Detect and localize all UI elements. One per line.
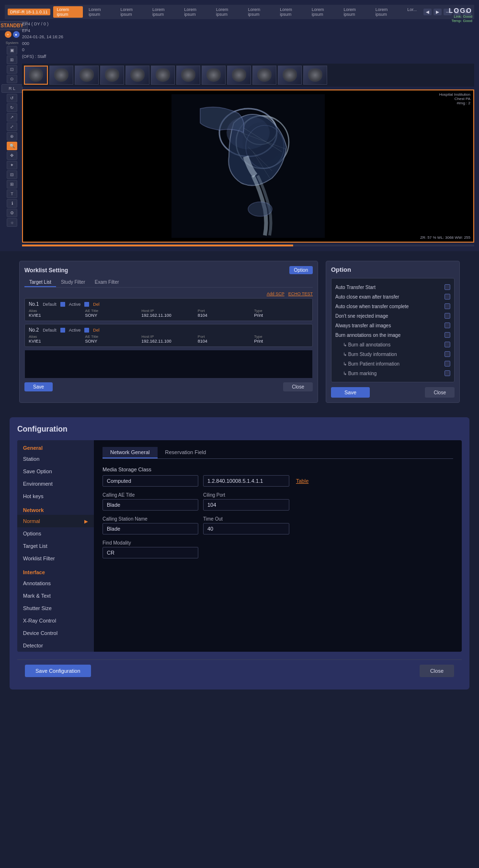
tool-btn-info[interactable]: ℹ xyxy=(7,199,17,208)
sidebar-item-environment[interactable]: Environment xyxy=(17,478,94,490)
sidebar-item-options[interactable]: Options xyxy=(17,527,94,540)
tool-btn-2[interactable]: ⊞ xyxy=(7,56,17,64)
close-configuration-button[interactable]: Close xyxy=(420,665,454,677)
add-scp-link[interactable]: Add SCP xyxy=(267,291,285,296)
tool-btn-rotate[interactable]: ↺ xyxy=(7,94,17,102)
tool-btn-move[interactable]: ✥ xyxy=(7,151,17,160)
opt-check-6[interactable] xyxy=(445,332,450,338)
thumbnail-6[interactable] xyxy=(151,66,175,85)
tab-lorem-9[interactable]: Lorem ipsum xyxy=(308,6,338,18)
tab-lorem-1[interactable]: Lorem ipsum xyxy=(53,6,83,18)
opt-check-9[interactable] xyxy=(445,361,450,367)
table-link[interactable]: Table xyxy=(296,478,308,484)
tool-btn-t[interactable]: T xyxy=(7,189,17,198)
worklist-option-button[interactable]: Option xyxy=(289,266,313,274)
ae-title-input[interactable] xyxy=(103,499,198,511)
tool-btn-rl[interactable]: R L xyxy=(1,84,23,93)
opt-check-2[interactable] xyxy=(445,294,450,300)
thumbnail-8[interactable] xyxy=(202,66,226,85)
tab-lorem-2[interactable]: Lorem ipsum xyxy=(85,6,115,18)
sidebar-item-annotations[interactable]: Annotations xyxy=(17,577,94,590)
tool-btn-cog[interactable]: ⚙ xyxy=(7,209,17,217)
worklist-tab-study[interactable]: Study Filter xyxy=(56,278,90,287)
sidebar-item-target-list[interactable]: Target List xyxy=(17,540,94,552)
thumbnail-9[interactable] xyxy=(227,66,251,85)
scp-1-del[interactable]: Del xyxy=(93,302,100,307)
worklist-close-button[interactable]: Close xyxy=(283,382,313,391)
uid-input[interactable] xyxy=(203,475,289,487)
thumbnail-12[interactable] xyxy=(303,66,327,85)
echo-test-link[interactable]: ECHO TEST xyxy=(288,291,313,296)
sidebar-item-shutter-size[interactable]: Shutter Size xyxy=(17,602,94,614)
opt-check-8[interactable] xyxy=(445,351,450,357)
opt-check-10[interactable] xyxy=(445,370,450,376)
tool-btn-4[interactable]: ⊙ xyxy=(7,75,17,83)
prev-button[interactable]: ◀ xyxy=(423,9,432,15)
tool-btn-1[interactable]: ▣ xyxy=(7,46,17,55)
scp-2-active-checkbox[interactable] xyxy=(84,328,89,333)
station-name-input[interactable] xyxy=(103,523,198,534)
scp-1-active-checkbox[interactable] xyxy=(84,302,89,307)
sidebar-item-worklist-filter[interactable]: Worklist Filter xyxy=(17,552,94,565)
modality-input[interactable] xyxy=(103,547,198,558)
sidebar-item-device-control[interactable]: Device Control xyxy=(17,627,94,639)
main-image-area[interactable]: Hospital InstitutionChest PA#img : 2 ZR:… xyxy=(22,89,474,243)
worklist-tab-exam[interactable]: Exam Filter xyxy=(90,278,124,287)
tab-lorem-5[interactable]: Lorem ipsum xyxy=(181,6,211,18)
scp-2-port-value: 8104 xyxy=(198,339,252,344)
tab-lorem-3[interactable]: Lorem ipsum xyxy=(117,6,147,18)
sidebar-item-detector[interactable]: Detector xyxy=(17,639,94,652)
worklist-save-button[interactable]: Save xyxy=(24,382,53,391)
tool-btn-sun[interactable]: ☼ xyxy=(7,218,17,227)
thumbnail-3[interactable] xyxy=(75,66,99,85)
opt-check-7[interactable] xyxy=(445,342,450,347)
opt-check-3[interactable] xyxy=(445,303,450,309)
sidebar-item-xray-control[interactable]: X-Ray Control xyxy=(17,614,94,627)
opt-check-1[interactable] xyxy=(445,284,450,290)
scp-1-default-checkbox[interactable] xyxy=(60,302,65,307)
thumbnail-5[interactable] xyxy=(125,66,149,85)
timeout-input[interactable] xyxy=(203,523,289,534)
option-close-button[interactable]: Close xyxy=(425,387,455,398)
tool-btn-adj2[interactable]: ⊞ xyxy=(7,180,17,189)
tab-lorem-12[interactable]: Lor... xyxy=(403,6,421,18)
opt-check-5[interactable] xyxy=(445,323,450,328)
scp-2-default-checkbox[interactable] xyxy=(60,328,65,333)
tab-lorem-4[interactable]: Lorem ipsum xyxy=(148,6,179,18)
thumbnail-7[interactable] xyxy=(176,66,200,85)
tool-btn-star[interactable]: ✦ xyxy=(7,161,17,169)
tool-btn-adj[interactable]: ⊟ xyxy=(7,170,17,179)
tab-lorem-11[interactable]: Lorem ipsum xyxy=(372,6,402,18)
thumbnail-2[interactable] xyxy=(49,66,73,85)
next-button[interactable]: ▶ xyxy=(433,9,442,15)
sidebar-item-station[interactable]: Station xyxy=(17,453,94,465)
port-input[interactable] xyxy=(203,499,289,511)
tool-btn-zoom2[interactable]: 🔍 xyxy=(7,142,17,150)
tool-btn-zoom[interactable]: ⊕ xyxy=(7,132,17,141)
tab-lorem-6[interactable]: Lorem ipsum xyxy=(212,6,242,18)
option-save-button[interactable]: Save xyxy=(331,387,370,398)
tool-btn-arrow[interactable]: ↗ xyxy=(7,113,17,122)
tab-lorem-10[interactable]: Lorem ipsum xyxy=(340,6,370,18)
sidebar-item-normal[interactable]: Normal ▶ xyxy=(17,515,94,527)
scp-2-del[interactable]: Del xyxy=(93,328,100,333)
tab-lorem-8[interactable]: Lorem ipsum xyxy=(276,6,306,18)
sidebar-item-save-option[interactable]: Save Option xyxy=(17,465,94,478)
tool-btn-3[interactable]: ⊡ xyxy=(7,65,17,74)
tab-lorem-7[interactable]: Lorem ipsum xyxy=(244,6,274,18)
thumbnail-1[interactable] xyxy=(24,66,48,85)
worklist-tab-target[interactable]: Target List xyxy=(24,278,56,287)
config-tab-network-general[interactable]: Network General xyxy=(103,447,158,458)
thumbnail-11[interactable] xyxy=(278,66,302,85)
tool-btn-diagonal[interactable]: ⤢ xyxy=(7,122,17,131)
computed-input[interactable] xyxy=(103,475,198,487)
sidebar-item-mark-text[interactable]: Mark & Text xyxy=(17,590,94,602)
sidebar-item-hot-keys[interactable]: Hot keys xyxy=(17,490,94,502)
tool-btn-rotate2[interactable]: ↻ xyxy=(7,103,17,112)
thumbnail-10[interactable] xyxy=(252,66,276,85)
thumbnail-4[interactable] xyxy=(100,66,124,85)
config-tab-reservation-field[interactable]: Reservation Field xyxy=(158,447,214,458)
modality-group: Find Modality xyxy=(103,540,198,558)
save-configuration-button[interactable]: Save Configuration xyxy=(25,665,91,677)
opt-check-4[interactable] xyxy=(445,313,450,319)
